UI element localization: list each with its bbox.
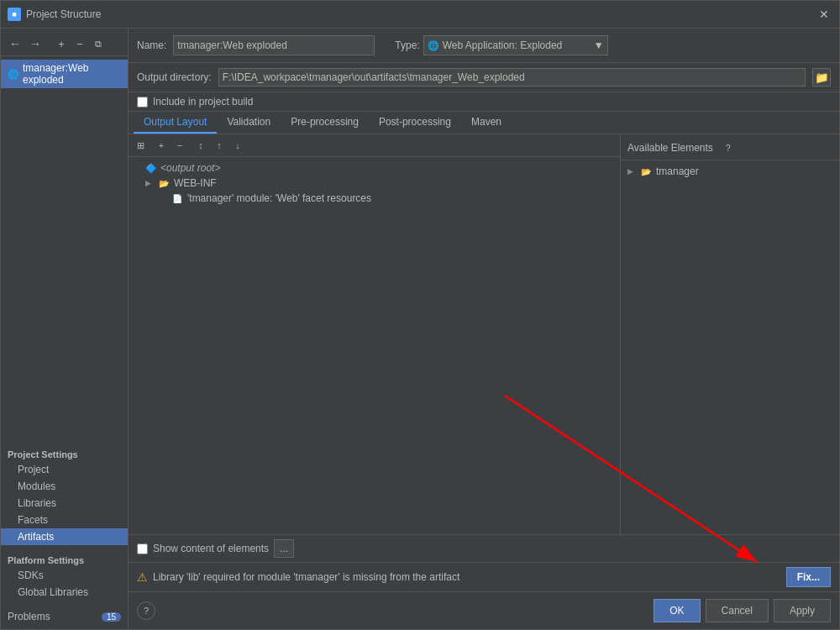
- layout-btn-grid[interactable]: ⊞: [132, 137, 149, 154]
- nav-toolbar: ← → + − ⧉: [1, 32, 128, 56]
- artifact-web-icon: 🌐: [8, 69, 19, 80]
- project-structure-dialog: ■ Project Structure ✕ ← → + − ⧉ 🌐 tmanag…: [0, 0, 840, 630]
- type-dropdown-arrow: ▼: [594, 39, 604, 51]
- browse-folder-button[interactable]: 📁: [812, 68, 831, 87]
- ok-button[interactable]: OK: [654, 599, 700, 622]
- type-row: Type: 🌐 Web Application: Exploded ▼: [395, 35, 607, 55]
- close-button[interactable]: ✕: [816, 6, 832, 23]
- dialog-title: Project Structure: [26, 8, 811, 20]
- app-icon: ■: [8, 8, 21, 21]
- available-elements-header: Available Elements ?: [621, 134, 839, 160]
- sidebar-item-libraries[interactable]: Libraries: [1, 495, 128, 512]
- artifact-list-item-selected[interactable]: 🌐 tmanager:Web exploded: [1, 60, 128, 88]
- problems-badge: 15: [102, 612, 121, 622]
- tab-pre-processing[interactable]: Pre-processing: [281, 112, 369, 134]
- platform-settings-label: Platform Settings: [1, 552, 128, 567]
- project-settings-label: Project Settings: [1, 446, 128, 461]
- tab-validation[interactable]: Validation: [217, 112, 281, 134]
- avail-item-tmanager[interactable]: ▶ 📂 tmanager: [621, 164, 839, 179]
- show-content-row: Show content of elements ...: [129, 535, 839, 563]
- type-select[interactable]: 🌐 Web Application: Exploded ▼: [423, 35, 608, 55]
- type-label: Type:: [395, 39, 419, 51]
- add-artifact-button[interactable]: +: [53, 35, 70, 52]
- title-bar: ■ Project Structure ✕: [1, 1, 839, 29]
- folder-icon: 📂: [157, 177, 171, 189]
- cancel-button[interactable]: Cancel: [706, 599, 769, 622]
- forward-button[interactable]: →: [26, 35, 45, 52]
- sidebar-item-project[interactable]: Project: [1, 461, 128, 478]
- folder-icon: 📁: [815, 71, 829, 84]
- type-icon: 🌐: [428, 40, 439, 51]
- footer-buttons: ? OK Cancel Apply: [129, 592, 839, 629]
- module-icon: 📄: [171, 192, 184, 204]
- name-input[interactable]: [173, 35, 375, 55]
- tree-item-tmanager-module[interactable]: 📄 'tmanager' module: 'Web' facet resourc…: [129, 191, 620, 206]
- sidebar-item-facets[interactable]: Facets: [1, 512, 128, 528]
- layout-btn-sort[interactable]: ↕: [192, 137, 209, 154]
- folder-icon: 📂: [639, 165, 653, 177]
- available-elements-panel: Available Elements ? ▶ 📂 tmanager: [621, 134, 839, 534]
- sidebar-item-artifacts[interactable]: Artifacts: [1, 528, 128, 545]
- show-content-checkbox[interactable]: [137, 543, 148, 554]
- arrow-icon: ▶: [627, 167, 636, 176]
- sidebar-item-sdks[interactable]: SDKs: [1, 567, 128, 584]
- sidebar-item-modules[interactable]: Modules: [1, 478, 128, 495]
- output-dir-row: Output directory: 📁: [129, 63, 839, 92]
- main-content: ← → + − ⧉ 🌐 tmanager:Web exploded Projec…: [1, 29, 839, 629]
- show-content-label[interactable]: Show content of elements: [153, 543, 269, 554]
- remove-artifact-button[interactable]: −: [71, 35, 88, 52]
- output-layout-panel: ⊞ + − ↕ ↑ ↓ 🔷 <output: [129, 134, 621, 534]
- arrow-icon: ▶: [145, 179, 154, 187]
- layout-btn-up[interactable]: ↑: [211, 137, 228, 154]
- tab-output-layout[interactable]: Output Layout: [134, 112, 217, 134]
- tree-item-output-root[interactable]: 🔷 <output root>: [129, 160, 620, 176]
- name-label: Name:: [137, 39, 166, 51]
- include-in-build-label[interactable]: Include in project build: [153, 96, 253, 108]
- available-help-button[interactable]: ?: [720, 139, 737, 156]
- problems-item[interactable]: Problems 15: [1, 607, 128, 626]
- tab-post-processing[interactable]: Post-processing: [369, 112, 461, 134]
- warning-row: ⚠ Library 'lib' required for module 'tma…: [129, 563, 839, 592]
- layout-toolbar: ⊞ + − ↕ ↑ ↓: [129, 134, 620, 157]
- tabs-bar: Output Layout Validation Pre-processing …: [129, 112, 839, 134]
- bottom-bar: Show content of elements ... ⚠ Library '…: [129, 534, 839, 592]
- available-tree: ▶ 📂 tmanager: [621, 160, 839, 534]
- apply-button[interactable]: Apply: [774, 599, 831, 622]
- name-row: Name:: [137, 35, 375, 55]
- copy-artifact-button[interactable]: ⧉: [90, 35, 107, 52]
- include-in-build-checkbox[interactable]: [137, 97, 148, 108]
- include-in-build-row: Include in project build: [129, 92, 839, 112]
- layout-btn-remove[interactable]: −: [171, 137, 188, 154]
- tree-item-web-inf[interactable]: ▶ 📂 WEB-INF: [129, 176, 620, 191]
- show-content-more-button[interactable]: ...: [274, 539, 294, 558]
- output-dir-input[interactable]: [218, 68, 806, 87]
- content-area: ⊞ + − ↕ ↑ ↓ 🔷 <output: [129, 134, 839, 534]
- artifact-header: Name: Type: 🌐 Web Application: Exploded …: [129, 29, 839, 63]
- help-button[interactable]: ?: [137, 601, 155, 620]
- warning-text: Library 'lib' required for module 'tmana…: [153, 571, 781, 583]
- fix-button[interactable]: Fix...: [786, 567, 831, 587]
- output-root-icon: 🔷: [145, 163, 157, 174]
- output-dir-label: Output directory:: [137, 71, 212, 83]
- sidebar-item-global-libraries[interactable]: Global Libraries: [1, 584, 128, 601]
- back-button[interactable]: ←: [6, 35, 24, 52]
- output-tree: 🔷 <output root> ▶ 📂 WEB-INF 📄: [129, 157, 620, 534]
- warning-icon: ⚠: [137, 570, 148, 584]
- sidebar: ← → + − ⧉ 🌐 tmanager:Web exploded Projec…: [1, 29, 129, 629]
- layout-btn-down[interactable]: ↓: [229, 137, 246, 154]
- layout-btn-add[interactable]: +: [153, 137, 170, 154]
- tab-maven[interactable]: Maven: [461, 112, 512, 134]
- right-panel: Name: Type: 🌐 Web Application: Exploded …: [129, 29, 839, 629]
